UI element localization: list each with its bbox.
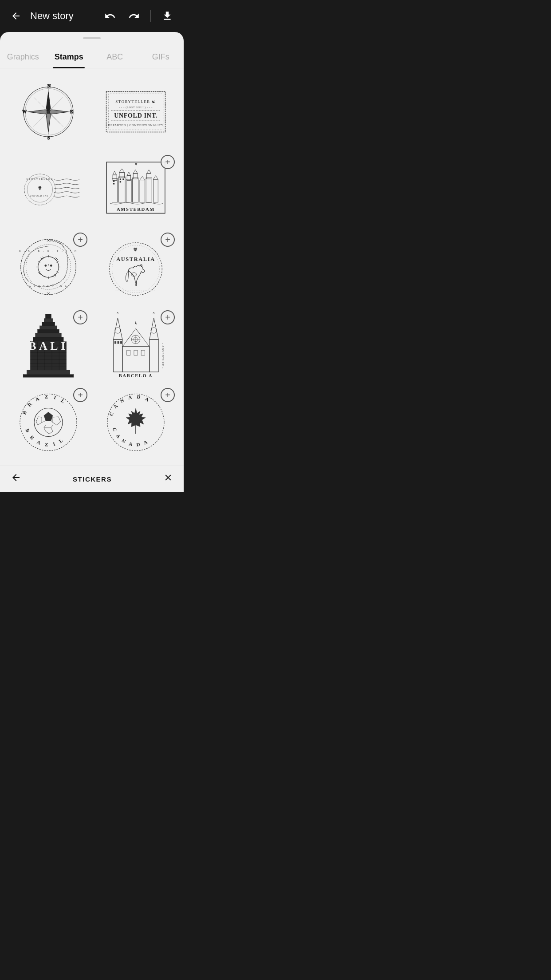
svg-text:STORYTELLER ☯: STORYTELLER ☯	[115, 99, 156, 104]
svg-marker-8	[48, 110, 69, 114]
canada-image: C A N A D A C A N A D A	[105, 391, 167, 454]
svg-rect-110	[23, 374, 74, 377]
svg-rect-45	[140, 180, 145, 202]
svg-text:- ADVENTURE -: - ADVENTURE -	[161, 343, 164, 368]
svg-rect-91	[42, 322, 55, 325]
svg-rect-127	[134, 350, 137, 355]
svg-line-142	[44, 425, 46, 428]
sticker-storyteller-rect[interactable]: STORYTELLER ☯ - - - (LOST SOUL) - - - UN…	[92, 73, 179, 150]
svg-rect-42	[132, 178, 138, 202]
svg-point-113	[114, 328, 120, 333]
svg-marker-38	[119, 169, 124, 172]
svg-marker-46	[140, 176, 145, 180]
svg-point-80	[47, 265, 48, 265]
barcelona-image: - ADVENTURE - BARCELO A	[105, 314, 167, 376]
storyteller-rect-image: STORYTELLER ☯ - - - (LOST SOUL) - - - UN…	[105, 81, 167, 143]
svg-line-143	[51, 425, 53, 428]
add-barcelona-button[interactable]: +	[161, 310, 175, 324]
svg-text:UNFOLD INT.: UNFOLD INT.	[114, 112, 157, 119]
svg-marker-41	[127, 172, 130, 175]
svg-marker-60	[47, 240, 50, 242]
add-brazil-button[interactable]: +	[73, 388, 87, 402]
svg-rect-111	[113, 339, 122, 371]
sticker-brazil[interactable]: + B R A Z I L	[4, 383, 92, 461]
svg-marker-35	[113, 171, 116, 174]
svg-text:C A N A D A: C A N A D A	[111, 427, 150, 447]
svg-rect-48	[146, 173, 151, 178]
svg-marker-7	[46, 112, 51, 132]
svg-text:E: E	[70, 109, 73, 114]
add-canada-button[interactable]: +	[161, 388, 175, 402]
svg-rect-128	[141, 350, 145, 355]
svg-line-71	[55, 258, 58, 260]
svg-point-14	[47, 110, 50, 113]
svg-rect-92	[39, 325, 57, 329]
undo-button[interactable]	[102, 8, 118, 24]
svg-text:B R A Z I L: B R A Z I L	[21, 394, 67, 415]
svg-marker-136	[36, 417, 42, 425]
bottom-close-button[interactable]	[163, 473, 173, 485]
tab-stamps[interactable]: Stamps	[46, 48, 92, 68]
postmark-image: STORYTELLER UNFOLD INT.	[17, 158, 79, 221]
sticker-grid: N S E W	[0, 68, 184, 466]
sticker-postmark[interactable]: STORYTELLER UNFOLD INT.	[4, 150, 92, 228]
svg-marker-112	[117, 312, 118, 313]
svg-rect-33	[112, 178, 117, 202]
add-bali-button[interactable]: +	[73, 310, 87, 324]
svg-rect-43	[133, 173, 138, 178]
svg-rect-32	[106, 162, 165, 213]
svg-text:W: W	[22, 109, 27, 114]
divider	[150, 10, 151, 22]
add-amsterdam-button[interactable]: +	[161, 155, 175, 169]
svg-point-87	[131, 273, 137, 276]
add-australia-button[interactable]: +	[161, 233, 175, 247]
bali-image: BALI	[17, 314, 79, 376]
tab-graphics[interactable]: Graphics	[0, 48, 46, 68]
sticker-australia[interactable]: + AUSTRALIA	[92, 228, 179, 306]
tab-gifs[interactable]: GIFs	[138, 48, 184, 68]
back-button[interactable]	[9, 9, 23, 23]
sticker-canada[interactable]: + C A N A D A C A N A D A	[92, 383, 179, 461]
svg-marker-51	[153, 175, 158, 179]
svg-rect-94	[35, 333, 61, 337]
sticker-barcelona[interactable]: +	[92, 306, 179, 383]
svg-rect-89	[45, 314, 51, 318]
svg-rect-39	[126, 179, 131, 202]
svg-point-78	[44, 265, 47, 267]
redo-button[interactable]	[126, 8, 142, 24]
svg-text:C A N A D A: C A N A D A	[108, 394, 151, 416]
svg-rect-120	[122, 347, 149, 372]
svg-rect-115	[117, 341, 119, 344]
svg-text:BALI: BALI	[28, 339, 68, 352]
bottom-back-button[interactable]	[11, 472, 21, 486]
svg-rect-55	[119, 181, 121, 182]
svg-rect-116	[120, 341, 122, 344]
add-argentina-button[interactable]: +	[73, 233, 87, 247]
top-navigation-bar: New story	[0, 0, 184, 32]
page-title: New story	[30, 10, 74, 22]
main-panel: Graphics Stamps ABC GIFs N S E W	[0, 32, 184, 492]
compass-image: N S E W	[17, 81, 79, 143]
svg-marker-44	[133, 170, 138, 173]
bottom-title: STICKERS	[21, 475, 163, 483]
svg-marker-6	[46, 91, 51, 112]
svg-marker-49	[146, 170, 151, 173]
download-button[interactable]	[160, 8, 175, 24]
brazil-image: B R A Z I L	[17, 391, 79, 454]
tab-abc[interactable]: ABC	[92, 48, 138, 68]
sticker-amsterdam[interactable]: +	[92, 150, 179, 228]
sticker-bali[interactable]: +	[4, 306, 92, 383]
svg-marker-13	[33, 112, 48, 127]
svg-rect-93	[37, 329, 59, 333]
svg-point-63	[38, 257, 59, 277]
sticker-argentina[interactable]: +	[4, 228, 92, 306]
top-bar-left: New story	[9, 9, 74, 23]
svg-marker-9	[28, 110, 48, 114]
australia-image: AUSTRALIA	[105, 236, 167, 298]
svg-text:STORYTELLER: STORYTELLER	[26, 177, 53, 180]
sticker-compass[interactable]: N S E W	[4, 73, 92, 150]
bottom-bar: STICKERS	[0, 466, 184, 492]
svg-rect-117	[149, 339, 158, 371]
svg-rect-54	[119, 178, 121, 180]
svg-rect-114	[114, 341, 116, 344]
